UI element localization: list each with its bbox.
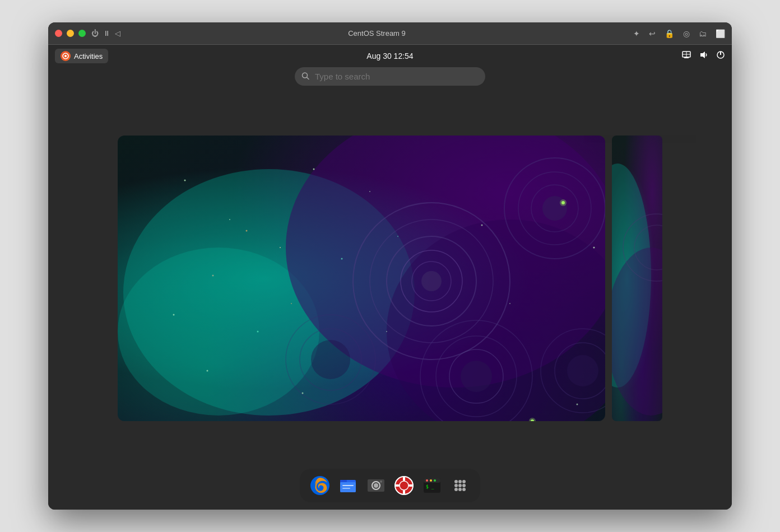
svg-point-92 bbox=[458, 484, 462, 487]
pause-icon[interactable]: ⏸ bbox=[103, 29, 110, 38]
svg-point-73 bbox=[380, 480, 382, 483]
svg-point-43 bbox=[313, 168, 315, 170]
secondary-wallpaper bbox=[612, 136, 662, 421]
svg-rect-77 bbox=[403, 490, 405, 494]
svg-point-86 bbox=[434, 479, 436, 482]
lock-icon[interactable]: 🔒 bbox=[665, 29, 674, 38]
dock-container: $ _ bbox=[300, 469, 480, 502]
svg-point-54 bbox=[246, 230, 248, 231]
svg-rect-66 bbox=[340, 480, 347, 482]
svg-point-42 bbox=[229, 219, 230, 220]
undo-icon[interactable]: ↩ bbox=[649, 29, 656, 38]
search-input[interactable] bbox=[295, 67, 485, 86]
svg-point-41 bbox=[184, 179, 186, 181]
gnome-clock: Aug 30 12:54 bbox=[366, 52, 413, 60]
dock-item-files[interactable] bbox=[336, 473, 360, 498]
dock-item-help[interactable] bbox=[392, 473, 416, 498]
svg-point-84 bbox=[426, 479, 428, 482]
svg-point-1 bbox=[64, 55, 67, 57]
gnome-topbar: Activities Aug 30 12:54 bbox=[48, 45, 732, 67]
minimize-button[interactable] bbox=[67, 30, 74, 37]
svg-point-95 bbox=[458, 488, 462, 491]
window-title: CentOS Stream 9 bbox=[348, 29, 406, 38]
svg-rect-69 bbox=[342, 488, 350, 489]
folder-icon[interactable]: 🗂 bbox=[699, 29, 707, 38]
display-icon[interactable]: ⬜ bbox=[716, 29, 725, 38]
dock-item-appgrid[interactable] bbox=[448, 473, 472, 498]
gnome-systray bbox=[681, 50, 725, 62]
traffic-lights bbox=[55, 30, 86, 37]
svg-point-96 bbox=[462, 488, 466, 491]
gnome-dock: $ _ bbox=[300, 470, 480, 510]
activities-button[interactable]: Activities bbox=[55, 49, 108, 63]
svg-point-88 bbox=[454, 480, 458, 483]
titlebar-right-icons: ✦ ↩ 🔒 ◎ 🗂 ⬜ bbox=[633, 29, 725, 38]
svg-point-58 bbox=[397, 236, 398, 237]
volume-icon[interactable] bbox=[699, 50, 708, 62]
svg-point-51 bbox=[509, 303, 510, 304]
gnome-logo-icon bbox=[61, 51, 71, 61]
svg-rect-68 bbox=[342, 485, 354, 486]
svg-point-45 bbox=[173, 314, 175, 315]
svg-point-36 bbox=[560, 199, 567, 206]
svg-marker-6 bbox=[700, 52, 705, 58]
svg-rect-3 bbox=[684, 57, 689, 58]
svg-point-50 bbox=[481, 224, 483, 226]
svg-point-53 bbox=[577, 403, 578, 405]
svg-rect-67 bbox=[340, 482, 356, 492]
svg-point-93 bbox=[462, 484, 466, 487]
svg-rect-78 bbox=[395, 484, 400, 487]
activities-label: Activities bbox=[74, 52, 103, 60]
power-icon[interactable]: ⏻ bbox=[91, 29, 99, 38]
svg-point-49 bbox=[302, 392, 304, 394]
workspace-secondary[interactable] bbox=[612, 136, 662, 421]
svg-point-34 bbox=[311, 340, 350, 379]
svg-text:$ _: $ _ bbox=[426, 484, 434, 489]
svg-point-72 bbox=[374, 483, 378, 488]
svg-point-46 bbox=[280, 247, 281, 248]
svg-point-61 bbox=[612, 248, 662, 416]
titlebar-left-icons: ⏻ ⏸ ◁ bbox=[91, 29, 120, 38]
svg-point-91 bbox=[454, 484, 458, 487]
svg-point-85 bbox=[430, 479, 432, 482]
back-icon[interactable]: ◁ bbox=[115, 29, 120, 38]
network-icon[interactable] bbox=[681, 50, 691, 62]
target-icon[interactable]: ◎ bbox=[683, 29, 690, 38]
vm-window: ⏻ ⏸ ◁ CentOS Stream 9 ✦ ↩ 🔒 ◎ 🗂 ⬜ Activi… bbox=[48, 22, 732, 510]
macos-titlebar: ⏻ ⏸ ◁ CentOS Stream 9 ✦ ↩ 🔒 ◎ 🗂 ⬜ bbox=[48, 22, 732, 45]
power-status-icon[interactable] bbox=[716, 50, 725, 62]
dock-item-firefox[interactable] bbox=[308, 473, 332, 498]
svg-point-47 bbox=[207, 370, 208, 371]
svg-point-57 bbox=[341, 258, 343, 259]
svg-rect-76 bbox=[403, 477, 405, 481]
svg-point-52 bbox=[593, 246, 595, 248]
titlebar-center: CentOS Stream 9 bbox=[120, 29, 633, 38]
svg-point-48 bbox=[386, 331, 387, 332]
svg-point-55 bbox=[291, 303, 292, 304]
close-button[interactable] bbox=[55, 30, 62, 37]
dock-item-terminal[interactable]: $ _ bbox=[420, 473, 444, 498]
gnome-overview: $ _ bbox=[48, 67, 732, 510]
workspace-main[interactable] bbox=[118, 136, 605, 421]
svg-point-56 bbox=[212, 274, 214, 276]
svg-point-44 bbox=[369, 191, 370, 192]
svg-point-31 bbox=[567, 355, 598, 386]
svg-point-20 bbox=[421, 271, 442, 291]
wallpaper bbox=[118, 136, 605, 421]
workspaces-area bbox=[48, 86, 732, 470]
svg-rect-79 bbox=[408, 484, 413, 487]
dock-item-screenshot[interactable] bbox=[364, 473, 388, 498]
svg-point-89 bbox=[458, 480, 462, 483]
settings-icon[interactable]: ✦ bbox=[633, 29, 640, 38]
svg-point-59 bbox=[257, 330, 259, 332]
maximize-button[interactable] bbox=[78, 30, 86, 37]
svg-point-28 bbox=[461, 361, 492, 392]
search-wrapper bbox=[295, 67, 485, 86]
svg-point-90 bbox=[462, 480, 466, 483]
svg-point-94 bbox=[454, 488, 458, 491]
